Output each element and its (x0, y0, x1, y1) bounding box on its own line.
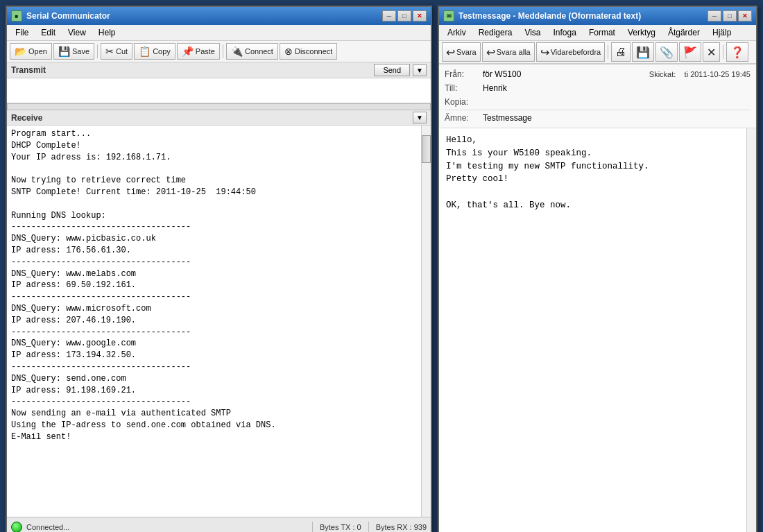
email-menu-hjalp[interactable]: Hjälp (707, 26, 737, 39)
receive-vscroll-thumb[interactable] (422, 135, 431, 163)
flag-button[interactable]: 🚩 (679, 42, 701, 62)
minimize-button[interactable]: ─ (382, 10, 396, 22)
to-label: Till: (445, 83, 483, 93)
cut-icon: ✂ (105, 46, 114, 57)
reply-button[interactable]: ↩ Svara (442, 42, 481, 62)
email-title-bar: ✉ Testmessage - Meddelande (Oformaterad … (439, 7, 756, 25)
serial-title: Serial Communicator (26, 11, 378, 21)
bytes-rx-field: Bytes RX : 939 (376, 523, 427, 531)
save-button[interactable]: 💾 Save (53, 43, 94, 60)
transmit-section: Transmit Send ▼ (7, 62, 431, 110)
delete-icon: ✕ (707, 46, 716, 59)
serial-communicator-window: ■ Serial Communicator ─ □ ✕ File Edit Vi… (6, 6, 432, 532)
email-window-controls: ─ □ ✕ (708, 10, 752, 22)
toolbar-separator-2 (223, 44, 223, 58)
paste-button[interactable]: 📌 Paste (177, 43, 220, 60)
close-button[interactable]: ✕ (413, 10, 427, 22)
print-button[interactable]: 🖨 (611, 42, 631, 62)
email-menu-visa[interactable]: Visa (519, 26, 546, 39)
email-menu-atgarder[interactable]: Åtgärder (662, 26, 705, 39)
header-divider (445, 110, 751, 110)
email-close-button[interactable]: ✕ (738, 10, 752, 22)
help-email-icon: ❓ (730, 46, 744, 59)
cut-button[interactable]: ✂ Cut (101, 43, 132, 60)
send-dropdown-button[interactable]: ▼ (413, 65, 427, 76)
email-header-section: Från: för W5100 Skickat: ti 2011-10-25 1… (439, 65, 756, 128)
email-menu-arkiv[interactable]: Arkiv (442, 26, 472, 39)
from-row: Från: för W5100 Skickat: ti 2011-10-25 1… (445, 67, 751, 81)
sent-field: Skickat: ti 2011-10-25 19:45 (649, 70, 751, 78)
email-menu-format[interactable]: Format (583, 26, 621, 39)
reply-icon: ↩ (446, 46, 455, 59)
from-value: för W5100 (483, 69, 521, 79)
sent-value: ti 2011-10-25 19:45 (685, 70, 751, 78)
email-toolbar-separator-2 (723, 45, 723, 59)
open-button[interactable]: 📂 Open (10, 43, 52, 60)
save-email-button[interactable]: 💾 (632, 42, 654, 62)
menu-edit[interactable]: Edit (35, 26, 61, 39)
maximize-button[interactable]: □ (397, 10, 411, 22)
serial-title-bar: ■ Serial Communicator ─ □ ✕ (7, 7, 431, 25)
status-separator-1 (312, 522, 313, 533)
transmit-hscrollbar[interactable] (7, 103, 431, 110)
receive-section: Receive ▼ Program start... DHCP Complete… (7, 110, 431, 517)
open-icon: 📂 (15, 46, 26, 57)
receive-content-area: Program start... DHCP Complete! Your IP … (7, 126, 431, 517)
email-body-text: Hello, This is your W5100 speaking. I'm … (439, 128, 746, 532)
send-button[interactable]: Send (374, 64, 410, 76)
status-separator-2 (368, 522, 369, 533)
email-maximize-button[interactable]: □ (723, 10, 737, 22)
receive-dropdown-button[interactable]: ▼ (413, 112, 427, 123)
menu-help[interactable]: Help (93, 26, 121, 39)
cc-label: Kopia: (445, 97, 483, 107)
flag-icon: 🚩 (683, 46, 697, 59)
receive-vscrollbar[interactable] (421, 126, 431, 517)
menu-view[interactable]: View (62, 26, 92, 39)
email-menu-infoga[interactable]: Infoga (548, 26, 582, 39)
attachments-button[interactable]: 📎 (655, 42, 678, 62)
to-row: Till: Henrik (445, 81, 751, 95)
transmit-input[interactable] (7, 78, 431, 103)
serial-menu-bar: File Edit View Help (7, 25, 431, 41)
connection-status-indicator (11, 522, 22, 533)
email-menu-redigera[interactable]: Redigera (473, 26, 518, 39)
paste-icon: 📌 (182, 46, 194, 57)
copy-button[interactable]: 📋 Copy (134, 43, 175, 60)
receive-label: Receive (11, 113, 413, 123)
email-title: Testmessage - Meddelande (Oformaterad te… (458, 11, 703, 21)
email-menu-bar: Arkiv Redigera Visa Infoga Format Verkty… (439, 25, 756, 41)
transmit-header: Transmit Send ▼ (7, 62, 431, 78)
email-minimize-button[interactable]: ─ (708, 10, 721, 22)
reply-all-button[interactable]: ↩ Svara alla (482, 42, 535, 62)
forward-button[interactable]: ↪ Vidarebefordra (536, 42, 606, 62)
sent-label: Skickat: (649, 70, 676, 78)
from-label: Från: (445, 69, 483, 79)
menu-file[interactable]: File (10, 26, 34, 39)
disconnect-icon: ⊗ (284, 46, 293, 57)
serial-app-icon: ■ (11, 10, 22, 22)
attachments-icon: 📎 (660, 46, 674, 59)
forward-icon: ↪ (540, 46, 549, 59)
serial-toolbar: 📂 Open 💾 Save ✂ Cut 📋 Copy 📌 Paste 🔌 Con… (7, 41, 431, 62)
print-icon: 🖨 (615, 46, 626, 58)
receive-header: Receive ▼ (7, 110, 431, 126)
save-icon: 💾 (58, 46, 70, 57)
serial-window-controls: ─ □ ✕ (382, 10, 427, 22)
reply-all-icon: ↩ (486, 46, 495, 59)
help-email-button[interactable]: ❓ (726, 42, 748, 62)
toolbar-separator-1 (97, 44, 98, 58)
transmit-hscroll-thumb[interactable] (7, 103, 431, 110)
copy-icon: 📋 (139, 46, 151, 57)
email-vscrollbar[interactable] (746, 128, 756, 532)
subject-value: Testmessage (483, 113, 532, 123)
email-toolbar-separator-1 (608, 45, 608, 59)
delete-button[interactable]: ✕ (703, 42, 720, 62)
subject-row: Ämne: Testmessage (445, 111, 751, 125)
email-menu-verktyg[interactable]: Verktyg (622, 26, 661, 39)
disconnect-button[interactable]: ⊗ Disconnect (280, 43, 337, 60)
email-toolbar: ↩ Svara ↩ Svara alla ↪ Vidarebefordra 🖨 … (439, 41, 756, 65)
connect-button[interactable]: 🔌 Connect (226, 43, 278, 60)
email-window: ✉ Testmessage - Meddelande (Oformaterad … (438, 6, 757, 532)
to-value: Henrik (483, 83, 507, 93)
save-email-icon: 💾 (636, 46, 650, 59)
